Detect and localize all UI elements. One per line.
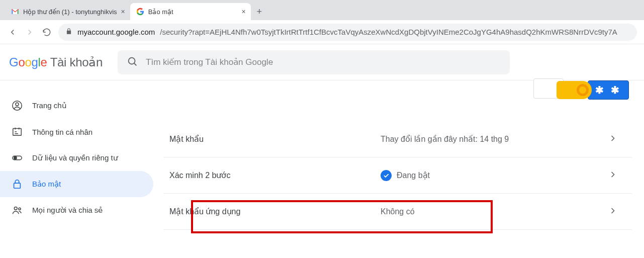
row-label: Mật khẩu [169,134,381,144]
sidebar-item-label: Mọi người và chia sẻ [32,206,103,215]
signin-methods-card: Mật khẩu Thay đổi lần gần đây nhất: 14 t… [163,121,632,230]
sidebar-item-label: Trang chủ [32,101,67,110]
back-button[interactable] [7,27,18,38]
close-icon[interactable]: × [242,8,246,16]
browser-address-bar: myaccount.google.com/security?rapt=AEjHL… [0,20,644,44]
row-value-text: Không có [381,207,415,216]
chevron-right-icon [608,169,618,182]
chevron-right-icon [608,133,618,145]
toggle-icon [11,152,23,163]
url-field[interactable]: myaccount.google.com/security?rapt=AEjHL… [58,24,637,41]
url-path: /security?rapt=AEjHL4Nfh7w0TsyjtTkIrtRtT… [160,28,617,36]
sidebar-item-label: Dữ liệu và quyền riêng tư [32,153,118,162]
check-circle-icon [381,170,392,181]
password-illustration: ✱ ✱ [557,80,629,100]
row-label: Mật khẩu ứng dụng [169,207,381,216]
row-two-step-verification[interactable]: Xác minh 2 bước Đang bật [163,157,632,194]
svg-point-0 [129,57,135,64]
sidebar-item-people-sharing[interactable]: Mọi người và chia sẻ [0,197,153,223]
sidebar-item-label: Bảo mật [32,180,61,189]
sidebar-item-security[interactable]: Bảo mật [0,171,153,197]
google-wordmark-icon: Google [9,55,47,69]
search-icon [127,56,138,69]
tab-title: Bảo mật [148,8,238,16]
row-value-text: Đang bật [397,170,430,180]
search-input[interactable] [146,57,501,67]
svg-rect-6 [14,183,21,188]
row-password[interactable]: Mật khẩu Thay đổi lần gần đây nhất: 14 t… [163,121,632,157]
svg-point-7 [14,207,17,210]
sidebar-item-data-privacy[interactable]: Dữ liệu và quyền riêng tư [0,145,153,171]
product-name: Tài khoản [50,55,103,69]
new-tab-button[interactable]: + [251,3,268,20]
row-value: Không có [381,207,608,216]
people-icon [11,205,23,216]
page-header: Google Tài khoản [0,44,644,80]
id-card-icon [11,126,23,137]
url-host: myaccount.google.com [77,28,155,36]
page-content: Trang chủ Thông tin cá nhân Dữ liệu và q… [0,80,644,258]
key-icon [557,81,592,99]
svg-point-5 [14,156,17,159]
browser-tab-security[interactable]: Bảo mật × [130,3,251,20]
svg-point-8 [19,208,21,210]
lock-icon [11,179,23,190]
reload-button[interactable] [41,27,52,38]
main-panel: ✱ ✱ Mật khẩu Thay đổi lần gần đây nhất: … [153,80,644,258]
row-value: Đang bật [381,170,608,181]
row-value: Thay đổi lần gần đây nhất: 14 thg 9 [381,134,608,144]
google-account-logo[interactable]: Google Tài khoản [9,55,103,69]
sidebar-item-personal-info[interactable]: Thông tin cá nhân [0,119,153,145]
sidebar-item-home[interactable]: Trang chủ [0,93,153,119]
sidebar-item-label: Thông tin cá nhân [32,128,93,136]
google-favicon-icon [136,8,144,16]
browser-tab-strip: Hộp thư đến (1) - tonytunghikvis × Bảo m… [0,0,644,20]
account-search[interactable] [118,50,510,74]
close-icon[interactable]: × [121,8,125,16]
forward-button[interactable] [24,27,35,38]
sidebar-nav: Trang chủ Thông tin cá nhân Dữ liệu và q… [0,80,153,258]
row-value-text: Thay đổi lần gần đây nhất: 14 thg 9 [381,134,509,144]
browser-tab-gmail[interactable]: Hộp thư đến (1) - tonytunghikvis × [5,3,130,20]
gmail-favicon-icon [11,9,19,15]
chevron-right-icon [608,206,618,218]
row-app-passwords[interactable]: Mật khẩu ứng dụng Không có [163,194,632,230]
row-label: Xác minh 2 bước [169,170,381,180]
tab-title: Hộp thư đến (1) - tonytunghikvis [23,8,117,16]
svg-point-2 [16,103,19,106]
lock-icon [65,28,72,36]
svg-rect-3 [13,129,22,136]
password-mask-icon: ✱ ✱ [588,80,629,100]
user-circle-icon [11,100,23,111]
